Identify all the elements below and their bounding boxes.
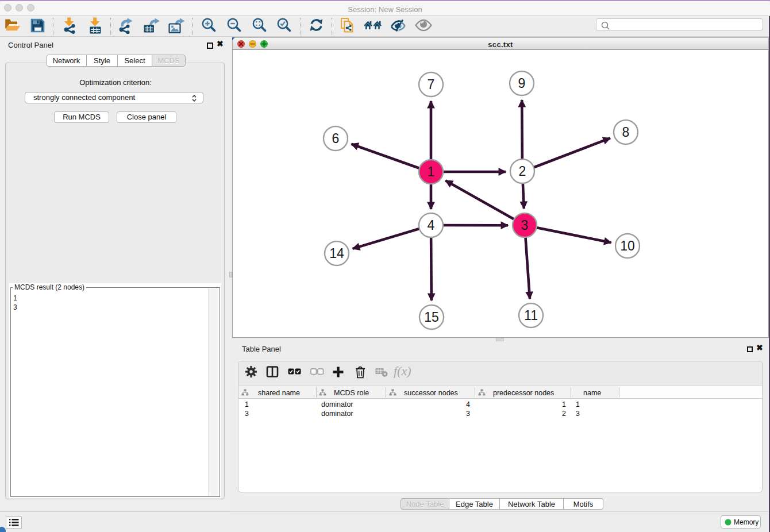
svg-text:6: 6 (332, 131, 340, 146)
svg-text:8: 8 (622, 125, 630, 140)
svg-text:14: 14 (329, 246, 344, 261)
svg-text:3: 3 (521, 218, 529, 233)
svg-text:4: 4 (428, 218, 435, 233)
svg-text:10: 10 (620, 238, 635, 253)
svg-text:1: 1 (428, 164, 435, 179)
svg-text:7: 7 (428, 77, 435, 92)
svg-text:15: 15 (424, 310, 439, 325)
svg-text:2: 2 (519, 164, 526, 179)
svg-text:9: 9 (518, 76, 526, 91)
svg-text:11: 11 (524, 308, 538, 323)
